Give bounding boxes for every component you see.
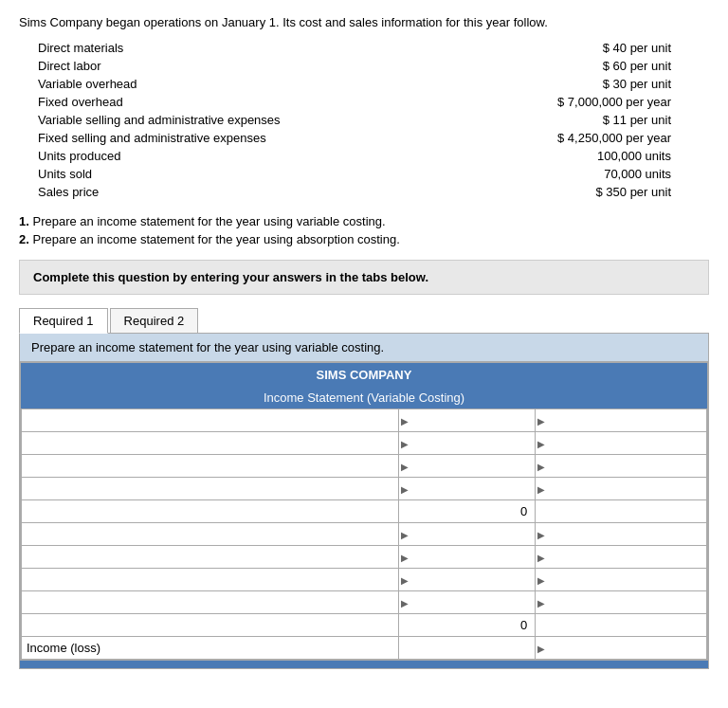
- is-row: ▶ ▶: [22, 455, 707, 478]
- is-mid[interactable]: 0: [398, 614, 536, 637]
- cost-value: $ 60 per unit: [398, 57, 709, 75]
- is-mid[interactable]: ▶: [398, 546, 536, 569]
- is-label: [22, 455, 399, 478]
- is-row: ▶ ▶: [22, 569, 707, 591]
- is-right[interactable]: ▶: [536, 432, 707, 455]
- is-row: 0: [22, 500, 707, 523]
- cost-value: $ 7,000,000 per year: [398, 93, 709, 111]
- cost-value: $ 40 per unit: [398, 39, 709, 57]
- is-label: [22, 591, 399, 614]
- is-right: [536, 614, 707, 637]
- is-table: ▶ ▶ ▶ ▶ ▶ ▶ ▶ ▶ 0 ▶ ▶: [21, 408, 707, 660]
- is-mid[interactable]: ▶: [398, 409, 536, 432]
- is-mid[interactable]: ▶: [398, 591, 536, 614]
- questions-section: 1. Prepare an income statement for the y…: [19, 214, 709, 246]
- cost-label: Direct labor: [19, 57, 398, 75]
- tab-required1[interactable]: Required 1: [19, 308, 108, 334]
- cost-value: 100,000 units: [398, 147, 709, 165]
- is-label: [22, 432, 399, 455]
- is-right[interactable]: ▶: [536, 546, 707, 569]
- is-mid[interactable]: ▶: [398, 455, 536, 478]
- cost-label: Units sold: [19, 165, 398, 183]
- cost-label: Units produced: [19, 147, 398, 165]
- cost-info-row: Units produced100,000 units: [19, 147, 709, 165]
- intro-text: Sims Company began operations on January…: [19, 15, 709, 29]
- cost-label: Fixed selling and administrative expense…: [19, 129, 398, 147]
- is-right[interactable]: ▶: [536, 523, 707, 546]
- is-label: [22, 569, 399, 591]
- is-mid[interactable]: 0: [398, 500, 536, 523]
- is-row: ▶ ▶: [22, 432, 707, 455]
- tab-required2[interactable]: Required 2: [110, 308, 199, 334]
- income-statement: SIMS COMPANY Income Statement (Variable …: [20, 362, 708, 668]
- tabs-container: Required 1 Required 2: [19, 308, 709, 334]
- is-label: [22, 614, 399, 637]
- is-right: [536, 500, 707, 523]
- tab-content: Prepare an income statement for the year…: [19, 333, 709, 669]
- tab-instruction: Prepare an income statement for the year…: [20, 334, 708, 362]
- is-title: SIMS COMPANY: [21, 363, 707, 387]
- is-mid[interactable]: ▶: [398, 478, 536, 500]
- cost-info-row: Direct materials$ 40 per unit: [19, 39, 709, 57]
- cost-info-row: Units sold70,000 units: [19, 165, 709, 183]
- cost-value: $ 350 per unit: [398, 183, 709, 201]
- is-label: [22, 409, 399, 432]
- is-label: [22, 500, 399, 523]
- is-mid[interactable]: ▶: [398, 569, 536, 591]
- cost-info-row: Fixed selling and administrative expense…: [19, 129, 709, 147]
- is-mid[interactable]: ▶: [398, 432, 536, 455]
- cost-info-row: Sales price$ 350 per unit: [19, 183, 709, 201]
- cost-info-row: Fixed overhead$ 7,000,000 per year: [19, 93, 709, 111]
- is-mid[interactable]: [398, 637, 536, 660]
- is-row: ▶ ▶: [22, 478, 707, 500]
- is-label: [22, 546, 399, 569]
- cost-value: $ 30 per unit: [398, 75, 709, 93]
- is-label: [22, 523, 399, 546]
- cost-label: Variable selling and administrative expe…: [19, 111, 398, 129]
- is-row: ▶ ▶: [22, 591, 707, 614]
- is-row: ▶ ▶: [22, 409, 707, 432]
- cost-info-row: Direct labor$ 60 per unit: [19, 57, 709, 75]
- cost-value: 70,000 units: [398, 165, 709, 183]
- cost-info-table: Direct materials$ 40 per unitDirect labo…: [19, 39, 709, 201]
- is-row: Income (loss) ▶: [22, 637, 707, 660]
- is-right[interactable]: ▶: [536, 478, 707, 500]
- bottom-bar: [20, 661, 708, 668]
- cost-info-row: Variable overhead$ 30 per unit: [19, 75, 709, 93]
- is-right[interactable]: ▶: [536, 569, 707, 591]
- cost-value: $ 11 per unit: [398, 111, 709, 129]
- cost-label: Fixed overhead: [19, 93, 398, 111]
- is-right[interactable]: ▶: [536, 409, 707, 432]
- is-mid[interactable]: ▶: [398, 523, 536, 546]
- is-row: ▶ ▶: [22, 546, 707, 569]
- is-subtitle: Income Statement (Variable Costing): [21, 387, 707, 408]
- is-right[interactable]: ▶: [536, 591, 707, 614]
- is-row: 0: [22, 614, 707, 637]
- is-label: Income (loss): [22, 637, 399, 660]
- is-right[interactable]: ▶: [536, 455, 707, 478]
- cost-label: Direct materials: [19, 39, 398, 57]
- cost-label: Variable overhead: [19, 75, 398, 93]
- is-right[interactable]: ▶: [536, 637, 707, 660]
- is-row: ▶ ▶: [22, 523, 707, 546]
- is-label: [22, 478, 399, 500]
- cost-info-row: Variable selling and administrative expe…: [19, 111, 709, 129]
- cost-value: $ 4,250,000 per year: [398, 129, 709, 147]
- instruction-box: Complete this question by entering your …: [19, 260, 709, 295]
- cost-label: Sales price: [19, 183, 398, 201]
